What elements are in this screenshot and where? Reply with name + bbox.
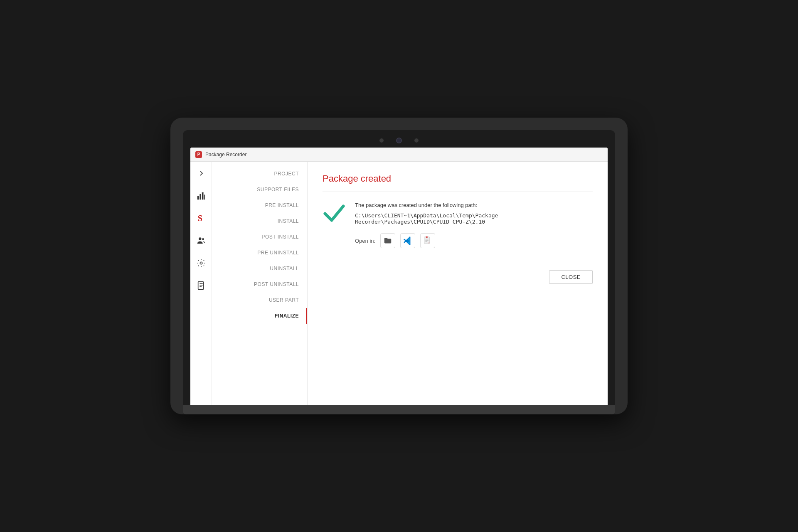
- laptop-base: [183, 405, 615, 414]
- success-section: The package was created under the follow…: [323, 202, 593, 248]
- svg-rect-1: [200, 194, 201, 200]
- screen-bezel: P Package Recorder: [183, 130, 615, 405]
- app-body: S: [190, 162, 608, 405]
- nav-pre-uninstall[interactable]: PRE UNINSTALL: [212, 245, 307, 261]
- svg-rect-0: [197, 196, 199, 200]
- nav-post-uninstall[interactable]: POST UNINSTALL: [212, 276, 307, 292]
- close-button[interactable]: CLOSE: [549, 270, 593, 284]
- success-checkmark-icon: [323, 202, 345, 224]
- svg-rect-8: [198, 282, 203, 289]
- nav-uninstall[interactable]: UNINSTALL: [212, 261, 307, 276]
- nav-support-files[interactable]: SUPPORT FILES: [212, 182, 307, 197]
- open-in-label: Open in:: [355, 238, 375, 244]
- led-right: [414, 138, 419, 143]
- nav-project[interactable]: PROJECT: [212, 166, 307, 182]
- success-message-text: The package was created under the follow…: [355, 202, 593, 208]
- open-in-folder-button[interactable]: [380, 233, 395, 248]
- log-icon-button[interactable]: [194, 278, 209, 293]
- svg-text:S: S: [197, 214, 202, 223]
- dashboard-icon-button[interactable]: [194, 188, 209, 203]
- title-divider: [323, 192, 593, 192]
- nav-pre-install[interactable]: PRE INSTALL: [212, 197, 307, 213]
- success-info: The package was created under the follow…: [355, 202, 593, 248]
- page-title: Package created: [323, 173, 593, 184]
- title-bar: P Package Recorder: [190, 148, 608, 162]
- notepad-icon: +: [423, 236, 432, 245]
- laptop-screen: P Package Recorder: [190, 148, 608, 405]
- users-icon-button[interactable]: [194, 233, 209, 248]
- app-title: Package Recorder: [205, 152, 246, 158]
- open-in-vscode-button[interactable]: [400, 233, 415, 248]
- nav-post-install[interactable]: POST INSTALL: [212, 229, 307, 245]
- folder-icon: [383, 236, 392, 245]
- main-content: Package created The package was created …: [308, 162, 608, 405]
- nav-install[interactable]: INSTALL: [212, 213, 307, 229]
- open-in-app-button[interactable]: +: [420, 233, 435, 248]
- nav-finalize[interactable]: FINALIZE: [212, 308, 307, 324]
- icon-sidebar: S: [190, 162, 212, 405]
- camera-bar: [190, 138, 608, 143]
- package-path-text: C:\Users\CLIENT~1\AppData\Local\Temp\Pac…: [355, 212, 593, 225]
- svg-rect-2: [202, 192, 203, 200]
- settings-icon-button[interactable]: [194, 256, 209, 271]
- svg-text:+: +: [428, 241, 430, 245]
- content-divider: [323, 260, 593, 260]
- webcam: [396, 138, 402, 143]
- collapse-sidebar-button[interactable]: [194, 166, 209, 181]
- svg-point-7: [200, 262, 202, 264]
- app-icon: P: [195, 151, 202, 158]
- led-left: [379, 138, 384, 143]
- svg-rect-13: [426, 236, 428, 238]
- app-container: P Package Recorder: [190, 148, 608, 405]
- open-in-row: Open in:: [355, 233, 593, 248]
- svg-rect-3: [204, 195, 205, 200]
- nav-user-part[interactable]: USER PART: [212, 292, 307, 308]
- script-icon-button[interactable]: S: [194, 211, 209, 226]
- laptop-shell: P Package Recorder: [170, 118, 628, 414]
- vscode-icon: [403, 236, 412, 245]
- svg-point-5: [199, 237, 201, 240]
- actions-row: CLOSE: [323, 270, 593, 284]
- svg-point-6: [202, 238, 204, 240]
- nav-sidebar: PROJECT SUPPORT FILES PRE INSTALL INSTAL…: [212, 162, 308, 405]
